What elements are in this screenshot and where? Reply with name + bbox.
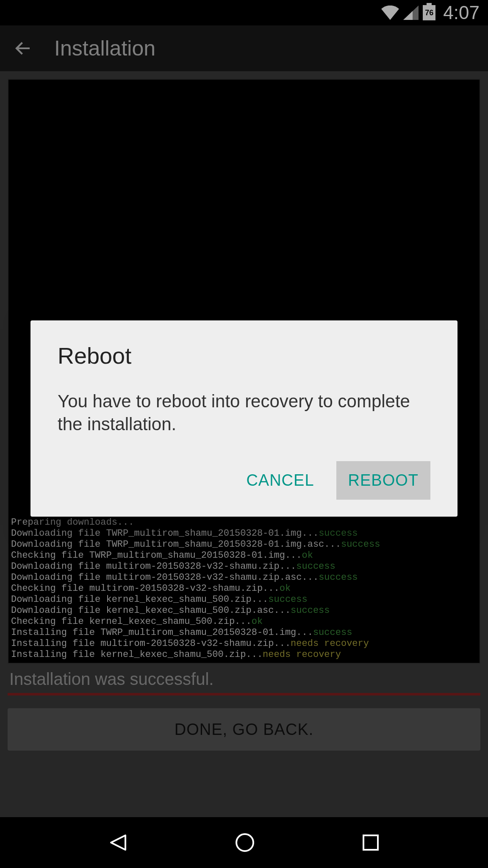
dialog-title: Reboot — [58, 342, 430, 369]
dialog-actions: CANCEL REBOOT — [58, 461, 430, 500]
svg-rect-1 — [363, 835, 378, 850]
reboot-dialog: Reboot You have to reboot into recovery … — [30, 320, 458, 517]
navigation-bar — [0, 817, 488, 868]
reboot-button[interactable]: REBOOT — [336, 461, 430, 500]
svg-point-0 — [236, 834, 253, 851]
dialog-message: You have to reboot into recovery to comp… — [58, 390, 430, 436]
nav-recent-icon[interactable] — [360, 832, 381, 853]
cancel-button[interactable]: CANCEL — [234, 461, 326, 500]
nav-back-icon[interactable] — [107, 831, 130, 854]
nav-home-icon[interactable] — [233, 831, 256, 854]
